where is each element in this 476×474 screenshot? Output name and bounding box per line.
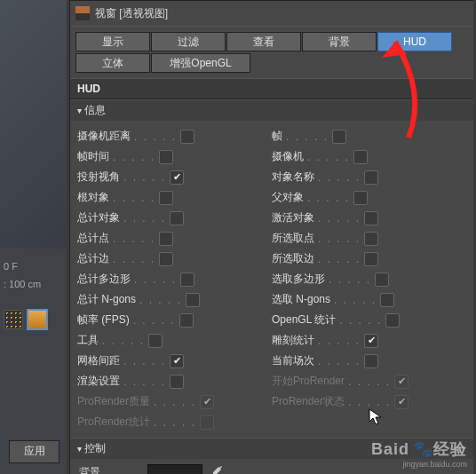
- check-label: 投射视角: [77, 170, 120, 185]
- checkbox[interactable]: [385, 313, 400, 328]
- dots-decor: . . . . .: [286, 130, 329, 143]
- check-label: 总计 N-gons: [77, 292, 136, 307]
- tab-display[interactable]: 显示: [75, 32, 150, 51]
- dots-decor: . . . . .: [348, 396, 391, 408]
- watermark-url: jingyan.baidu.com: [371, 460, 467, 469]
- check-label: 选取 N-gons: [272, 292, 330, 307]
- check-fps[interactable]: 帧率 (FPS). . . . .: [77, 312, 272, 328]
- check-start-prorender[interactable]: 开始ProRender. . . . .: [272, 374, 466, 389]
- check-selected-polys[interactable]: 选取多边形. . . . .: [272, 272, 466, 287]
- tab-view[interactable]: 查看: [226, 32, 301, 51]
- check-label: 选取多边形: [272, 272, 325, 287]
- check-opengl-stats[interactable]: OpenGL 统计. . . . .: [272, 312, 466, 328]
- check-label: 工具: [77, 333, 99, 348]
- check-camera[interactable]: 摄像机. . . . .: [272, 149, 466, 164]
- viewport-icon: [75, 6, 90, 20]
- checkbox[interactable]: [159, 232, 173, 246]
- tab-stereo[interactable]: 立体: [75, 53, 150, 73]
- checkbox[interactable]: [364, 252, 378, 266]
- dots-decor: . . . . .: [133, 314, 176, 327]
- checkbox[interactable]: [159, 252, 173, 266]
- checkbox[interactable]: [170, 211, 184, 225]
- check-object-name[interactable]: 对象名称. . . . .: [272, 170, 466, 185]
- dots-decor: . . . . .: [123, 212, 166, 225]
- watermark: Baid🐾经验 jingyan.baidu.com: [371, 438, 467, 469]
- check-sculpt-stats[interactable]: 雕刻统计. . . . .: [272, 333, 466, 348]
- check-total-ngons[interactable]: 总计 N-gons. . . . .: [77, 292, 272, 307]
- dots-decor: . . . .: [104, 466, 137, 474]
- check-current-take[interactable]: 当前场次. . . . .: [272, 353, 466, 368]
- checkbox[interactable]: [148, 334, 163, 348]
- check-fov[interactable]: 投射视角. . . . .: [77, 170, 272, 185]
- check-prorender-stats[interactable]: ProRender统计. . . . .: [77, 415, 272, 430]
- dots-decor: . . . . .: [113, 151, 155, 163]
- checkbox[interactable]: [170, 375, 184, 389]
- apply-button[interactable]: 应用: [9, 440, 60, 463]
- check-label: 总计边: [77, 251, 109, 266]
- checkbox[interactable]: [170, 354, 184, 368]
- check-prorender-status[interactable]: ProRender状态. . . . .: [272, 394, 466, 409]
- check-total-polys[interactable]: 总计多边形. . . . .: [77, 272, 272, 287]
- check-label: ProRender统计: [77, 415, 150, 430]
- check-total-points[interactable]: 总计点. . . . .: [77, 231, 272, 246]
- checkbox[interactable]: [364, 170, 378, 185]
- dots-decor: . . . . .: [318, 355, 361, 367]
- dots-grid-icon[interactable]: [4, 310, 23, 329]
- dots-decor: . . . . .: [348, 375, 391, 388]
- dots-decor: . . . . .: [139, 294, 182, 306]
- checkbox[interactable]: [159, 191, 173, 205]
- tab-enhanced-opengl[interactable]: 增强OpenGL: [151, 53, 250, 73]
- checkbox[interactable]: [353, 191, 368, 205]
- check-root-object[interactable]: 根对象. . . . .: [77, 190, 272, 205]
- check-selected-edges[interactable]: 所选取边. . . . .: [272, 251, 466, 266]
- dots-decor: . . . . .: [339, 314, 382, 327]
- window-title: 视窗 [透视视图]: [95, 6, 168, 21]
- checkbox: [394, 375, 409, 389]
- tab-filter[interactable]: 过滤: [151, 32, 226, 51]
- watermark-suffix: 经验: [433, 440, 467, 458]
- checkbox[interactable]: [364, 232, 378, 246]
- check-selected-points[interactable]: 所选取点. . . . .: [272, 231, 466, 246]
- checkbox[interactable]: [332, 130, 346, 144]
- checkbox[interactable]: [380, 293, 394, 307]
- check-camera-distance[interactable]: 摄像机距离. . . . .: [77, 129, 272, 144]
- checkbox[interactable]: [170, 170, 184, 185]
- checkbox[interactable]: [159, 150, 173, 164]
- check-label: 雕刻统计: [272, 333, 314, 348]
- viewport-left-strip: 0 F : 100 cm 应用: [0, 0, 67, 474]
- dots-decor: . . . . .: [334, 294, 377, 306]
- check-selected-ngons[interactable]: 选取 N-gons. . . . .: [272, 292, 466, 307]
- check-label: 所选取边: [272, 251, 314, 266]
- check-prorender-quality[interactable]: ProRender质量. . . . .: [77, 394, 272, 409]
- checkbox[interactable]: [364, 354, 378, 368]
- checkbox[interactable]: [364, 211, 378, 225]
- check-parent-object[interactable]: 父对象. . . . .: [272, 190, 466, 205]
- bg-color-swatch[interactable]: [147, 464, 202, 474]
- check-label: 对象名称: [272, 170, 314, 185]
- check-tool[interactable]: 工具. . . . .: [77, 333, 272, 348]
- checkbox[interactable]: [364, 334, 378, 348]
- check-label: 渲染设置: [77, 374, 120, 389]
- eyedropper-icon[interactable]: [210, 464, 226, 474]
- checkbox[interactable]: [179, 313, 194, 328]
- checkbox[interactable]: [353, 150, 368, 164]
- check-label: 摄像机: [272, 149, 304, 164]
- check-frame-time[interactable]: 帧时间. . . . .: [77, 149, 272, 164]
- check-render-settings[interactable]: 渲染设置. . . . .: [77, 374, 272, 389]
- check-grid-spacing[interactable]: 网格间距. . . . .: [77, 353, 272, 368]
- dots-decor: . . . . .: [154, 416, 196, 429]
- left-info-labels: 0 F : 100 cm: [0, 257, 44, 300]
- check-total-edges[interactable]: 总计边. . . . .: [77, 251, 272, 266]
- check-label: 当前场次: [272, 353, 314, 368]
- annotation-arrow: [355, 31, 435, 146]
- checkbox[interactable]: [180, 130, 194, 144]
- checkbox[interactable]: [180, 273, 194, 287]
- checkbox[interactable]: [186, 293, 200, 307]
- check-total-objects[interactable]: 总计对象. . . . .: [77, 210, 272, 225]
- watermark-brand: Baid: [371, 440, 409, 458]
- check-active-object[interactable]: 激活对象. . . . .: [272, 210, 466, 225]
- checkbox[interactable]: [375, 273, 389, 287]
- film-icon[interactable]: [27, 309, 48, 330]
- label-0f: 0 F: [4, 261, 41, 272]
- check-label: 帧: [272, 129, 282, 144]
